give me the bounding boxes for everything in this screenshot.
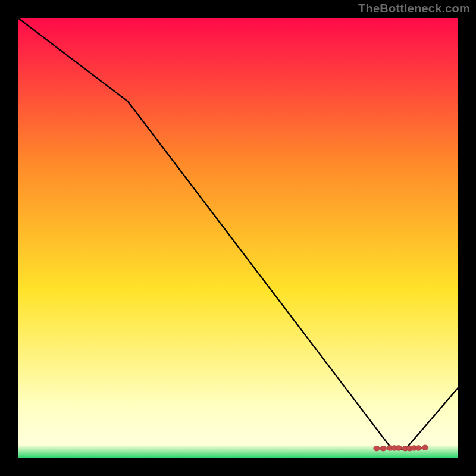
data-marker — [422, 445, 428, 450]
data-marker — [396, 446, 402, 450]
gradient-background — [18, 18, 458, 458]
plot-area — [18, 18, 458, 458]
watermark-text: TheBottleneck.com — [358, 2, 470, 15]
data-markers — [374, 445, 428, 451]
data-marker — [374, 446, 380, 451]
data-marker — [415, 446, 421, 450]
data-marker — [380, 446, 386, 451]
chart-frame: TheBottleneck.com — [0, 0, 476, 476]
chart-svg — [18, 18, 458, 458]
